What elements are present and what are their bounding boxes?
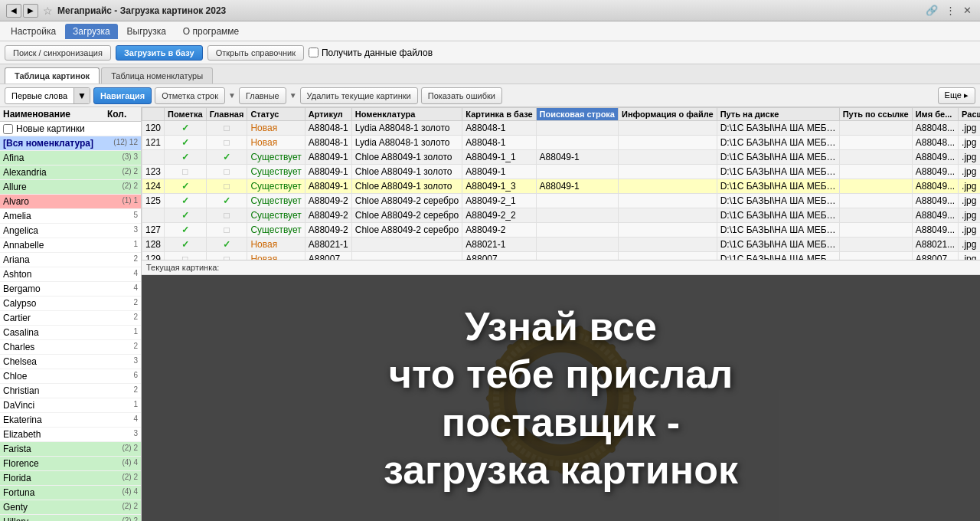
nav-forward-button[interactable]: ▶ <box>23 4 38 18</box>
tab-pictures[interactable]: Таблица картинок <box>5 67 100 84</box>
table-row[interactable]: 129 □ □ Новая A88007 A88007 D:\1C БАЗЫ\Н… <box>142 252 981 261</box>
list-item-casalina[interactable]: Casalina 1 <box>0 326 141 340</box>
new-images-row[interactable]: Новые картинки <box>0 122 141 136</box>
cell-num: 123 <box>142 165 165 179</box>
list-item-genty[interactable]: Genty (2) 2 <box>0 500 141 515</box>
col-name: Имя бе... <box>912 108 958 121</box>
list-item-farista[interactable]: Farista (2) 2 <box>0 442 141 457</box>
action-bar: Первые слова ▼ Навигация Отметка строк ▼… <box>0 84 980 107</box>
cell-article: A88049-1 <box>305 165 351 179</box>
list-item-fortuna[interactable]: Fortuna (4) 4 <box>0 486 141 500</box>
cell-img-base: A88049-1_1 <box>462 150 536 165</box>
get-files-checkbox[interactable]: Получить данные файлов <box>309 48 433 58</box>
menu-bar: Настройка Загрузка Выгрузка О программе <box>0 21 980 41</box>
item-count: 1 <box>107 327 138 338</box>
load-to-db-button[interactable]: Загрузить в базу <box>116 45 203 61</box>
more-button[interactable]: Еще ▸ <box>938 87 975 104</box>
list-item-alexandria[interactable]: Alexandria (2) 2 <box>0 165 141 180</box>
main-button[interactable]: Главные <box>239 87 286 104</box>
dropdown-arrow-main[interactable]: ▼ <box>289 91 297 100</box>
menu-icon[interactable]: ⋮ <box>943 5 958 16</box>
cell-main: ✓ <box>206 194 247 208</box>
table-row[interactable]: ✓ ✓ Существует A88049-1 Chloe A88049-1 з… <box>142 150 981 165</box>
cell-nomenclature: Chloe A88049-1 золото <box>351 150 462 165</box>
right-panel: Пометка Главная Статус Артикул Номенклат… <box>142 107 980 521</box>
tab-nomenclature[interactable]: Таблица номенклатуры <box>101 67 213 84</box>
list-item-charles[interactable]: Charles 2 <box>0 340 141 355</box>
cell-search <box>536 165 618 179</box>
cell-nomenclature <box>351 252 462 261</box>
cell-nomenclature: Chloe A88049-2 серебро <box>351 194 462 208</box>
list-item-hillary[interactable]: Hillary (2) 2 <box>0 515 141 521</box>
list-item-chelsea[interactable]: Chelsea 3 <box>0 355 141 369</box>
new-images-checkbox[interactable] <box>3 124 13 134</box>
cell-info <box>618 121 717 136</box>
list-item-calypso[interactable]: Calypso 2 <box>0 297 141 311</box>
list-item-elizabeth[interactable]: Elizabeth 3 <box>0 428 141 442</box>
cell-disk-path: D:\1C БАЗЫ\НА ША МЕБЕЛЬ\КАРТИ... <box>717 208 839 223</box>
data-table-container[interactable]: Пометка Главная Статус Артикул Номенклат… <box>142 107 980 260</box>
list-item-florence[interactable]: Florence (4) 4 <box>0 457 141 471</box>
dropdown-arrow[interactable]: ▼ <box>74 88 90 103</box>
table-row[interactable]: 121 ✓ □ Новая A88048-1 Lydia A88048-1 зо… <box>142 136 981 150</box>
search-sync-button[interactable]: Поиск / синхронизация <box>5 45 111 61</box>
delete-images-button[interactable]: Удалить текущие картинки <box>300 87 418 104</box>
item-name: Florence <box>3 458 107 469</box>
list-item-cartier[interactable]: Cartier 2 <box>0 311 141 326</box>
navigation-button[interactable]: Навигация <box>93 87 152 104</box>
list-item-angelica[interactable]: Angelica 3 <box>0 224 141 238</box>
list-item-ekaterina[interactable]: Ekaterina 4 <box>0 413 141 428</box>
col-ext: Расши... <box>959 108 980 121</box>
cell-info <box>618 194 717 208</box>
bookmark-icon[interactable]: ☆ <box>43 5 53 17</box>
list-item-ashton[interactable]: Ashton 4 <box>0 267 141 282</box>
table-row[interactable]: 127 ✓ □ Существует A88049-2 Chloe A88049… <box>142 223 981 238</box>
list-item-ariana[interactable]: Ariana 2 <box>0 253 141 267</box>
item-count: 1 <box>107 240 138 251</box>
list-item-bergamo[interactable]: Bergamo 4 <box>0 282 141 297</box>
cell-disk-path: D:\1C БАЗЫ\НА ША МЕБЕЛЬ\КАРТИ... <box>717 238 839 252</box>
cell-disk-path: D:\1C БАЗЫ\НА ША МЕБЕЛЬ\КАРТИ... <box>717 252 839 261</box>
show-errors-button[interactable]: Показать ошибки <box>421 87 502 104</box>
all-nomenclature-row[interactable]: [Вся номенклатура] (12) 12 <box>0 136 141 151</box>
close-icon[interactable]: ✕ <box>961 5 974 16</box>
list-item-davinci[interactable]: DaVinci 1 <box>0 398 141 413</box>
nav-back-button[interactable]: ◀ <box>6 4 21 18</box>
menu-item-vygruzka[interactable]: Выгрузка <box>119 24 174 39</box>
open-ref-button[interactable]: Открыть справочник <box>207 45 304 61</box>
table-row[interactable]: 128 ✓ ✓ Новая A88021-1 A88021-1 D:\1C БА… <box>142 238 981 252</box>
cell-link-path <box>839 165 912 179</box>
item-name: Elizabeth <box>3 429 107 440</box>
list-item-amelia[interactable]: Amelia 5 <box>0 209 141 224</box>
list-item-annabelle[interactable]: Annabelle 1 <box>0 238 141 253</box>
item-name: Christian <box>3 385 107 396</box>
table-row[interactable]: 120 ✓ □ Новая A88048-1 Lydia A88048-1 зо… <box>142 121 981 136</box>
overlay: Узнай всечто тебе прислалпоставщик -загр… <box>142 275 980 521</box>
dropdown-arrow-mark[interactable]: ▼ <box>228 91 236 100</box>
get-files-input[interactable] <box>309 48 318 57</box>
cell-search <box>536 121 618 136</box>
list-item-afina[interactable]: Afina (3) 3 <box>0 151 141 165</box>
item-count: (3) 3 <box>107 152 138 163</box>
table-row[interactable]: 125 ✓ ✓ Существует A88049-2 Chloe A88049… <box>142 194 981 208</box>
table-row[interactable]: 123 □ □ Существует A88049-1 Chloe A88049… <box>142 165 981 179</box>
first-words-dropdown[interactable]: Первые слова ▼ <box>5 87 90 104</box>
link-icon[interactable]: 🔗 <box>923 5 940 16</box>
item-count: 2 <box>107 313 138 323</box>
list-item-florida[interactable]: Florida (2) 2 <box>0 471 141 486</box>
menu-item-about[interactable]: О программе <box>175 24 247 39</box>
list-item-alvaro[interactable]: Alvaro (1) 1 <box>0 195 141 209</box>
list-item-allure[interactable]: Allure (2) 2 <box>0 180 141 195</box>
item-count: 4 <box>107 415 138 425</box>
menu-item-zagruzka[interactable]: Загрузка <box>65 24 118 39</box>
cell-name: A88049... <box>912 194 958 208</box>
table-row[interactable]: 124 ✓ □ Существует A88049-1 Chloe A88049… <box>142 179 981 194</box>
list-item-christian[interactable]: Christian 2 <box>0 384 141 398</box>
cell-article: A88049-2 <box>305 194 351 208</box>
mark-rows-button[interactable]: Отметка строк <box>155 87 225 104</box>
item-count: (4) 4 <box>107 487 138 498</box>
menu-item-nastroika[interactable]: Настройка <box>3 24 64 39</box>
cell-search: A88049-1 <box>536 150 618 165</box>
list-item-chloe[interactable]: Chloe 6 <box>0 369 141 384</box>
table-row[interactable]: ✓ □ Существует A88049-2 Chloe A88049-2 с… <box>142 208 981 223</box>
